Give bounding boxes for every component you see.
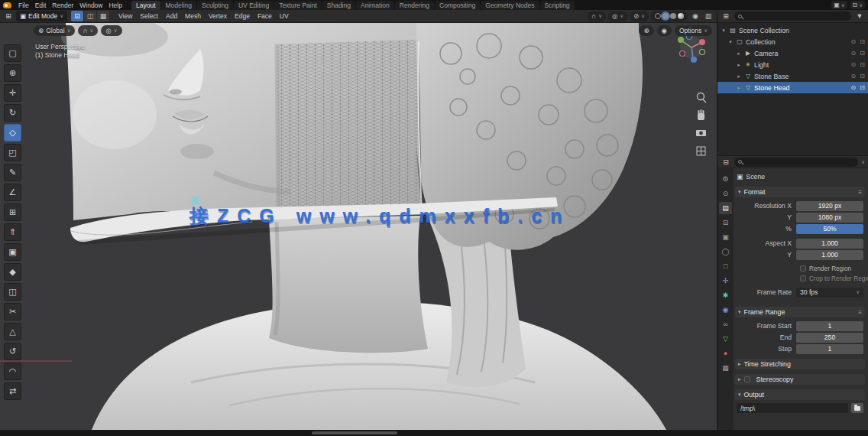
properties-tab-texture[interactable]: ▦ — [719, 362, 732, 374]
properties-editor-type-button[interactable]: ⊟ — [721, 157, 731, 168]
material-preview-button[interactable] — [670, 13, 676, 19]
properties-tab-object[interactable]: □ — [719, 260, 732, 272]
visibility-dropdown[interactable]: ⊘ ∨ — [630, 11, 649, 21]
crop-region-checkbox[interactable] — [800, 275, 806, 281]
properties-tab-world[interactable]: ◯ — [719, 246, 732, 258]
snapping-toggle[interactable]: ∩ ∨ — [588, 11, 606, 21]
tool-scale[interactable]: ◇ — [4, 124, 21, 142]
collapse-icon[interactable]: ▸ — [736, 73, 742, 80]
frame-step-field[interactable]: 1 — [796, 344, 863, 354]
tab-shading[interactable]: Shading — [322, 1, 355, 10]
tool-transform[interactable]: ◰ — [4, 144, 21, 161]
menu-mesh[interactable]: Mesh — [181, 12, 205, 20]
tool-cursor[interactable]: ⊕ — [4, 64, 21, 82]
collapse-icon[interactable]: ▸ — [736, 85, 742, 91]
expand-icon[interactable]: ▾ — [721, 28, 727, 34]
tab-compositing[interactable]: Compositing — [435, 1, 480, 10]
expand-icon[interactable]: ▾ — [727, 39, 734, 45]
outliner-row-stone-base[interactable]: ▸ ▽ Stone Base ⊙ ⊡ — [717, 70, 868, 82]
properties-tab-output[interactable]: ▤ — [719, 202, 732, 214]
browse-folder-button[interactable] — [851, 403, 863, 413]
vertex-select-button[interactable]: ⊡ — [71, 11, 83, 21]
menu-window[interactable]: Window — [76, 2, 105, 9]
menu-edge[interactable]: Edge — [231, 12, 254, 20]
tool-poly-build[interactable]: △ — [4, 323, 21, 340]
view-layer-selector[interactable]: ⊟ ∨ — [850, 1, 865, 9]
scene-selector[interactable]: ▣ ∨ — [831, 1, 847, 9]
filter-icon[interactable]: ▼ — [854, 11, 865, 21]
tool-rotate[interactable]: ↻ — [4, 104, 21, 122]
tool-extrude-region[interactable]: ⇑ — [4, 223, 21, 241]
stereoscopy-checkbox[interactable] — [744, 376, 750, 382]
resolution-y-field[interactable]: 1080 px — [796, 213, 863, 223]
menu-select[interactable]: Select — [136, 12, 162, 20]
menu-help[interactable]: Help — [105, 2, 125, 9]
outliner-row-stone-head[interactable]: ▸ ▽ Stone Head ⊙ ⊡ — [717, 82, 868, 93]
edge-select-button[interactable]: ◫ — [84, 11, 96, 21]
time-stretching-section-header[interactable]: ▸ Time Stretching — [735, 359, 865, 369]
output-section-header[interactable]: ▾ Output — [735, 389, 865, 400]
section-options-icon[interactable]: ≡ — [858, 309, 862, 316]
tab-modeling[interactable]: Modeling — [161, 1, 197, 10]
menu-face[interactable]: Face — [254, 12, 276, 20]
eye-icon[interactable]: ⊙ — [851, 73, 857, 80]
eye-icon[interactable]: ⊙ — [851, 61, 857, 68]
tab-rendering[interactable]: Rendering — [395, 1, 434, 10]
gizmo-toggle[interactable]: ⊕ — [639, 25, 653, 36]
render-visibility-icon[interactable]: ⊡ — [860, 61, 865, 68]
render-visibility-icon[interactable]: ⊡ — [860, 50, 865, 57]
viewport-3d[interactable]: ⊕ Global ∨ ∩ ∨ ◎ ∨ ⊕ ◉ Options ∨ User Pe… — [0, 23, 717, 430]
render-visibility-icon[interactable]: ⊡ — [860, 73, 865, 80]
eye-icon[interactable]: ⊙ — [851, 38, 857, 45]
menu-add[interactable]: Add — [162, 12, 181, 20]
properties-tab-physics[interactable]: ◉ — [719, 304, 732, 316]
proportional-edit-toggle[interactable]: ◎ ∨ — [608, 11, 627, 21]
tab-sculpting[interactable]: Sculpting — [197, 1, 233, 10]
snap-settings-button[interactable]: ∩ ∨ — [78, 25, 98, 36]
properties-tab-constraints[interactable]: ∞ — [719, 318, 732, 330]
properties-tab-material[interactable]: ● — [719, 347, 732, 360]
tab-scripting[interactable]: Scripting — [540, 1, 575, 10]
overlays-button[interactable]: ◉ — [657, 25, 672, 36]
outliner-row-collection[interactable]: ▾ ▢ Collection ⊙ ⊡ — [717, 36, 868, 47]
overlays-toggle[interactable]: ◉ — [690, 11, 701, 21]
format-section-header[interactable]: ▾ Format ≡ — [735, 187, 865, 197]
properties-tab-object-data[interactable]: ▽ — [719, 333, 732, 345]
pan-hand-icon[interactable] — [698, 109, 704, 120]
menu-render[interactable]: Render — [49, 2, 76, 9]
proportional-settings-button[interactable]: ◎ ∨ — [101, 25, 121, 36]
output-path-field[interactable]: /tmp\ — [737, 403, 848, 413]
tool-annotate[interactable]: ✎ — [4, 164, 21, 181]
face-select-button[interactable]: ▦ — [97, 11, 109, 21]
tab-animation[interactable]: Animation — [356, 1, 394, 10]
rendered-shading-button[interactable] — [678, 13, 684, 19]
tool-measure[interactable]: ∠ — [4, 184, 21, 201]
blender-logo-icon[interactable] — [3, 2, 11, 8]
options-dropdown[interactable]: Options ∨ — [675, 25, 712, 36]
tool-bevel[interactable]: ◆ — [4, 263, 21, 281]
camera-view-icon[interactable] — [696, 130, 706, 136]
eye-icon[interactable]: ⊙ — [851, 84, 857, 91]
menu-edit[interactable]: Edit — [32, 2, 50, 9]
properties-tab-tool[interactable]: ⚙ — [719, 173, 732, 185]
properties-search-input[interactable] — [734, 158, 858, 167]
menu-file[interactable]: File — [15, 2, 32, 9]
collapse-icon[interactable]: ▸ — [736, 50, 742, 57]
xray-toggle[interactable]: ▥ — [703, 11, 714, 21]
tool-spin[interactable]: ↺ — [4, 343, 21, 360]
render-visibility-icon[interactable]: ⊡ — [860, 38, 865, 45]
presets-menu-icon[interactable]: ≡ — [858, 189, 862, 196]
properties-tab-render[interactable]: ⊙ — [719, 187, 732, 200]
outliner-row-light[interactable]: ▸ ✳ Light ⊙ ⊡ — [717, 59, 868, 70]
tab-uv-editing[interactable]: UV Editing — [234, 1, 274, 10]
menu-vertex[interactable]: Vertex — [205, 12, 231, 20]
properties-tab-particles[interactable]: ✱ — [719, 289, 732, 301]
outliner-display-mode-button[interactable]: ⊞ — [721, 11, 731, 21]
frame-start-field[interactable]: 1 — [796, 321, 863, 331]
tool-edge-slide[interactable]: ⇄ — [4, 382, 21, 400]
properties-tab-modifiers[interactable]: ✢ — [719, 275, 732, 287]
tool-select-box[interactable]: ▢ — [4, 44, 21, 62]
eye-icon[interactable]: ⊙ — [851, 50, 857, 57]
outliner-row-scene-collection[interactable]: ▾ ▤ Scene Collection — [717, 24, 868, 36]
collapse-icon[interactable]: ▸ — [736, 62, 742, 68]
